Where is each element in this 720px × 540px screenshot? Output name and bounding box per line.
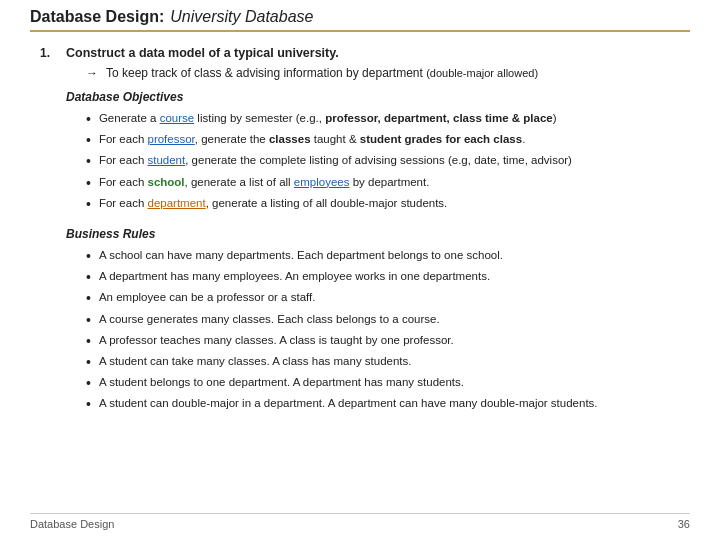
list-item: • A school can have many departments. Ea… [86,247,690,265]
list-item: • For each professor, generate the class… [86,131,690,149]
list-item: • An employee can be a professor or a st… [86,289,690,307]
employees-link: employees [294,176,350,188]
business-rules-list: • A school can have many departments. Ea… [86,247,690,414]
rule-1: A school can have many departments. Each… [99,247,503,264]
footer-left: Database Design [30,518,114,530]
list-item: • A course generates many classes. Each … [86,311,690,329]
section-content: Construct a data model of a typical univ… [66,46,690,427]
objectives-title: Database Objectives [66,90,690,104]
list-item: • For each student, generate the complet… [86,152,690,170]
rule-7: A student belongs to one department. A d… [99,374,464,391]
objective-3-text: For each student, generate the complete … [99,152,572,169]
section-heading: Construct a data model of a typical univ… [66,46,690,60]
bullet-icon: • [86,395,91,413]
bullet-icon: • [86,195,91,213]
bullet-icon: • [86,353,91,371]
bullet-icon: • [86,374,91,392]
list-item: • A student can double-major in a depart… [86,395,690,413]
course-link: course [160,112,195,124]
header-subtitle: University Database [170,8,313,26]
student-link: student [147,154,185,166]
objective-2-text: For each professor, generate the classes… [99,131,525,148]
bullet-icon: • [86,131,91,149]
bullet-icon: • [86,174,91,192]
objective-5-text: For each department, generate a listing … [99,195,447,212]
footer-right: 36 [678,518,690,530]
list-item: • For each school, generate a list of al… [86,174,690,192]
header-title: Database Design: [30,8,164,26]
page: Database Design: University Database 1. … [0,0,720,540]
rule-4: A course generates many classes. Each cl… [99,311,440,328]
rule-2: A department has many employees. An empl… [99,268,490,285]
bullet-icon: • [86,110,91,128]
rule-8: A student can double-major in a departme… [99,395,598,412]
arrow-note: (double-major allowed) [426,67,538,79]
business-rules-section: Business Rules • A school can have many … [66,227,690,414]
list-item: • A professor teaches many classes. A cl… [86,332,690,350]
department-link: department [147,197,205,209]
arrow-icon: → [86,66,98,80]
list-item: • A student can take many classes. A cla… [86,353,690,371]
main-content: 1. Construct a data model of a typical u… [30,46,690,427]
arrow-point: → To keep track of class & advising info… [86,66,690,80]
rule-3: An employee can be a professor or a staf… [99,289,316,306]
school-link: school [147,176,184,188]
objective-4-text: For each school, generate a list of all … [99,174,429,191]
bullet-icon: • [86,247,91,265]
bullet-icon: • [86,332,91,350]
list-item: • Generate a course listing by semester … [86,110,690,128]
professor-link: professor [147,133,194,145]
objectives-list: • Generate a course listing by semester … [86,110,690,213]
page-footer: Database Design 36 [30,513,690,530]
bullet-icon: • [86,152,91,170]
objective-1-text: Generate a course listing by semester (e… [99,110,557,127]
rule-5: A professor teaches many classes. A clas… [99,332,454,349]
list-item: • For each department, generate a listin… [86,195,690,213]
bullet-icon: • [86,289,91,307]
bullet-icon: • [86,268,91,286]
objectives-section: Database Objectives • Generate a course … [66,90,690,213]
bullet-icon: • [86,311,91,329]
business-rules-title: Business Rules [66,227,690,241]
list-item: • A department has many employees. An em… [86,268,690,286]
page-header: Database Design: University Database [30,0,690,32]
section-1: 1. Construct a data model of a typical u… [40,46,690,427]
section-number: 1. [40,46,58,60]
rule-6: A student can take many classes. A class… [99,353,412,370]
list-item: • A student belongs to one department. A… [86,374,690,392]
arrow-text: To keep track of class & advising inform… [106,66,538,80]
